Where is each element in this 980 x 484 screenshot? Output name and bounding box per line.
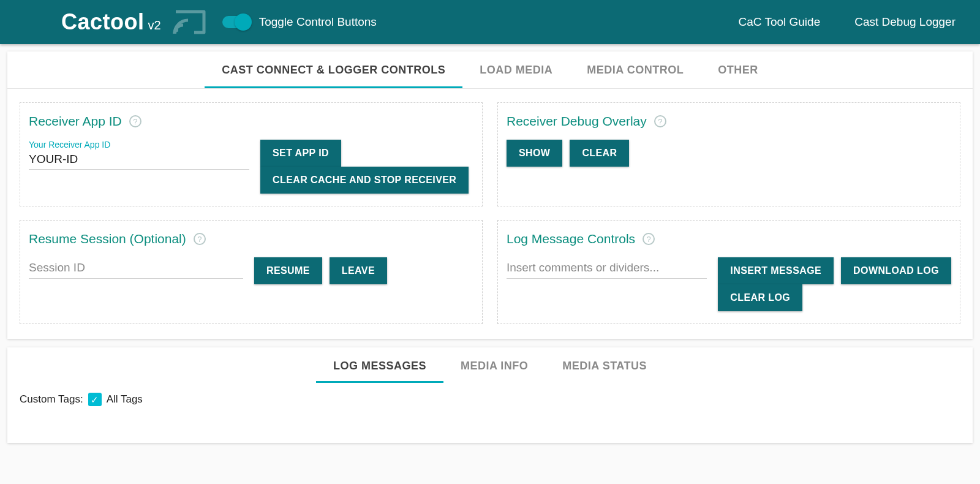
show-button[interactable]: SHOW <box>507 140 562 167</box>
help-icon[interactable]: ? <box>643 233 655 245</box>
card-title: Log Message Controls <box>507 232 635 246</box>
tab-media-control[interactable]: MEDIA CONTROL <box>570 51 701 88</box>
card-title: Receiver Debug Overlay <box>507 114 647 129</box>
field-label: Your Receiver App ID <box>29 140 249 149</box>
tab-media-info[interactable]: MEDIA INFO <box>443 347 545 383</box>
cast-debug-logger-link[interactable]: Cast Debug Logger <box>854 15 956 29</box>
header-bar: Cactool v2 Toggle Control Buttons CaC To… <box>0 0 980 44</box>
button-stack: SET APP ID CLEAR CACHE AND STOP RECEIVER <box>260 140 469 194</box>
clear-cache-stop-receiver-button[interactable]: CLEAR CACHE AND STOP RECEIVER <box>260 167 469 194</box>
log-comment-input[interactable] <box>507 257 707 279</box>
leave-button[interactable]: LEAVE <box>330 257 387 284</box>
custom-tags-row: Custom Tags: ✓ All Tags <box>7 383 973 443</box>
resume-button[interactable]: RESUME <box>254 257 322 284</box>
card-debug-overlay: Receiver Debug Overlay ? SHOW CLEAR <box>497 102 960 206</box>
tabs-top: CAST CONNECT & LOGGER CONTROLS LOAD MEDI… <box>7 51 973 89</box>
all-tags-checkbox[interactable]: ✓ <box>88 393 102 406</box>
custom-tags-label: Custom Tags: <box>20 393 83 406</box>
toggle-label: Toggle Control Buttons <box>259 15 377 29</box>
insert-message-button[interactable]: INSERT MESSAGE <box>718 257 834 284</box>
cac-tool-guide-link[interactable]: CaC Tool Guide <box>738 15 820 29</box>
clear-button[interactable]: CLEAR <box>570 140 629 167</box>
help-icon[interactable]: ? <box>654 115 666 127</box>
receiver-app-id-input[interactable] <box>29 151 249 170</box>
card-title: Resume Session (Optional) <box>29 232 186 246</box>
card-title: Receiver App ID <box>29 114 122 129</box>
log-panel: LOG MESSAGES MEDIA INFO MEDIA STATUS Cus… <box>7 347 973 443</box>
download-log-button[interactable]: DOWNLOAD LOG <box>841 257 951 284</box>
log-comment-field <box>507 257 707 279</box>
all-tags-label: All Tags <box>107 393 143 406</box>
tab-other[interactable]: OTHER <box>701 51 775 88</box>
controls-panel: CAST CONNECT & LOGGER CONTROLS LOAD MEDI… <box>7 51 973 339</box>
tab-load-media[interactable]: LOAD MEDIA <box>462 51 570 88</box>
card-resume-session: Resume Session (Optional) ? RESUME LEAVE <box>20 220 483 324</box>
brand: Cactool v2 <box>61 9 161 35</box>
tabs-bottom: LOG MESSAGES MEDIA INFO MEDIA STATUS <box>7 347 973 383</box>
toggle-wrap: Toggle Control Buttons <box>222 15 377 29</box>
session-id-field <box>29 257 243 279</box>
control-buttons-toggle[interactable] <box>222 16 249 28</box>
receiver-app-id-field: Your Receiver App ID <box>29 140 249 170</box>
cards-grid: Receiver App ID ? Your Receiver App ID S… <box>7 89 973 339</box>
toggle-knob <box>235 13 252 31</box>
set-app-id-button[interactable]: SET APP ID <box>260 140 341 167</box>
tab-cast-connect[interactable]: CAST CONNECT & LOGGER CONTROLS <box>205 51 462 88</box>
cast-icon[interactable] <box>172 8 208 36</box>
clear-log-button[interactable]: CLEAR LOG <box>718 284 802 311</box>
tab-media-status[interactable]: MEDIA STATUS <box>545 347 664 383</box>
log-buttons: INSERT MESSAGE DOWNLOAD LOG CLEAR LOG <box>718 257 951 311</box>
brand-version: v2 <box>148 18 161 32</box>
brand-name: Cactool <box>61 9 145 35</box>
tab-log-messages[interactable]: LOG MESSAGES <box>316 347 443 383</box>
session-id-input[interactable] <box>29 257 243 279</box>
card-log-controls: Log Message Controls ? INSERT MESSAGE DO… <box>497 220 960 324</box>
help-icon[interactable]: ? <box>129 115 141 127</box>
card-receiver-app-id: Receiver App ID ? Your Receiver App ID S… <box>20 102 483 206</box>
check-icon: ✓ <box>91 395 99 404</box>
help-icon[interactable]: ? <box>194 233 206 245</box>
header-links: CaC Tool Guide Cast Debug Logger <box>738 15 956 29</box>
